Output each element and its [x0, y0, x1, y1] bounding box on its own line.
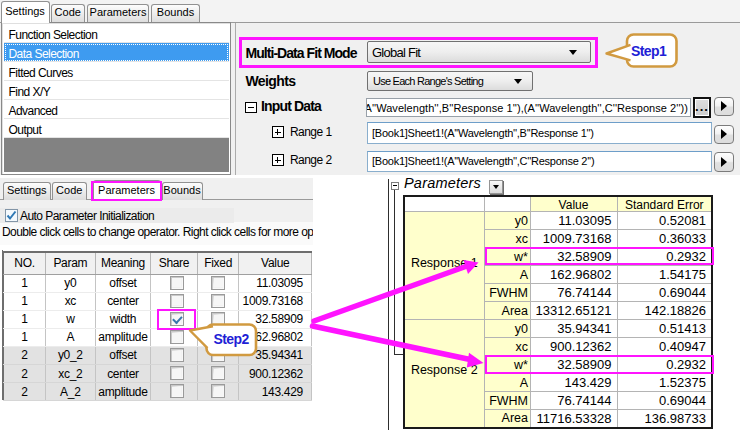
svg-text:Step2: Step2	[213, 331, 249, 347]
svg-text:Step1: Step1	[631, 43, 667, 59]
